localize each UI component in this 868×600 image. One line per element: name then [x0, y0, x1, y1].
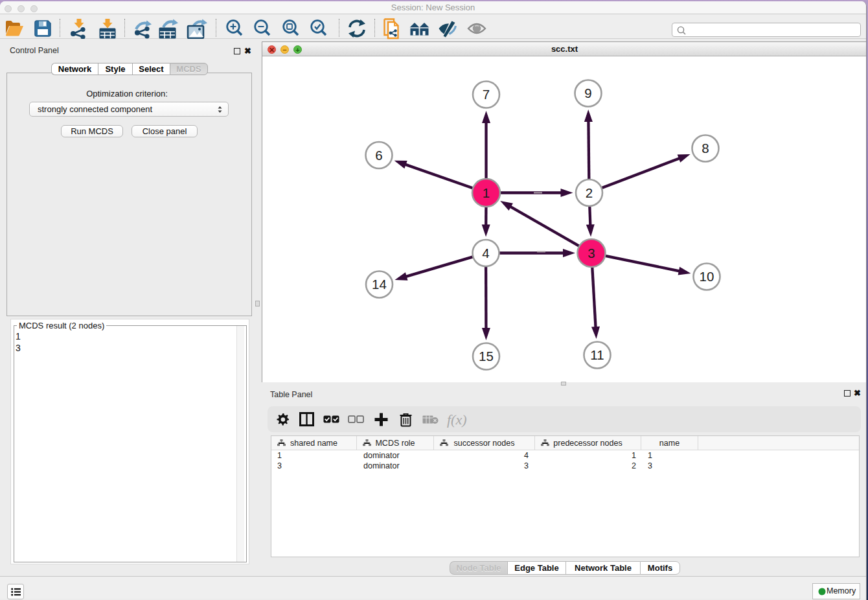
svg-text:7: 7: [483, 87, 490, 102]
svg-text:15: 15: [479, 349, 494, 363]
svg-text:14: 14: [372, 277, 387, 292]
svg-text:11: 11: [590, 347, 604, 362]
svg-text:10: 10: [700, 269, 714, 284]
svg-text:6: 6: [375, 148, 382, 163]
svg-text:9: 9: [584, 86, 591, 100]
svg-text:4: 4: [482, 246, 489, 260]
svg-text:3: 3: [588, 246, 595, 260]
svg-text:1: 1: [483, 185, 490, 200]
svg-text:2: 2: [586, 185, 593, 200]
svg-text:8: 8: [702, 141, 709, 156]
